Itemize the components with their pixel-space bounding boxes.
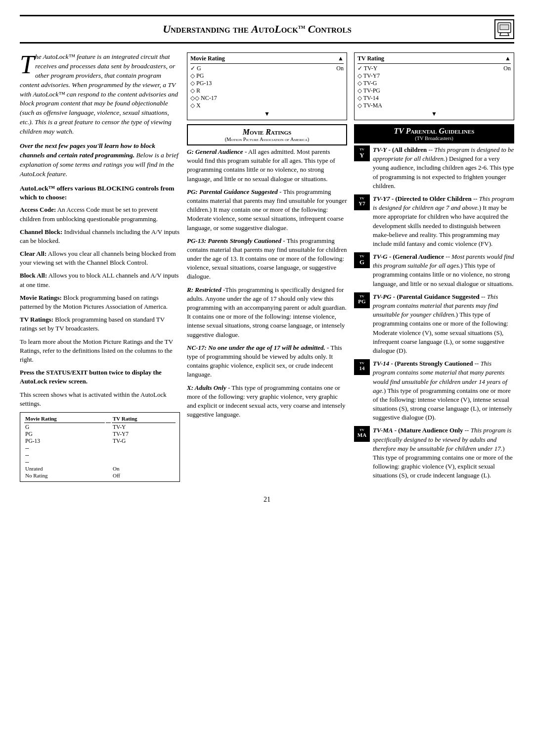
tvy7-icon-top: TV (359, 196, 364, 200)
tv-rating-selection-box: TV Rating ▲ ✓ TV-Y On ◇ TV-Y7 ◇ TV-G ◇ T… (354, 52, 514, 120)
tvma-entry: TV MA TV-MA - (Mature Audience Only -- T… (354, 426, 514, 480)
svg-rect-4 (500, 25, 509, 30)
tv-guidelines-sub: (TV Broadcasters) (356, 136, 512, 141)
rating-r: ◇ R (190, 87, 344, 94)
tv-guidelines-header: TV Parental Guidelines (TV Broadcasters) (354, 124, 514, 143)
r-rating-text: R: Restricted -This programming is speci… (187, 285, 347, 339)
tvy-icon-main: Y (359, 151, 364, 159)
learn-paragraph: Over the next few pages you'll learn how… (20, 142, 180, 179)
movie-ratings-title: M (243, 128, 250, 136)
tvy-entry: TV Y TV-Y - (All children -- This progra… (354, 145, 514, 190)
movie-ratings-title3: R (266, 128, 271, 136)
tvy7-icon-main: Y7 (358, 200, 365, 206)
movie-ratings-section-header: Movie Ratings (Motion Picture Associatio… (187, 124, 347, 145)
tv-rating-tvg: ◇ TV-G (357, 80, 511, 87)
rating-x: ◇ X (190, 102, 344, 109)
tvpg-entry: TV PG TV-PG - (Parental Guidance Suggest… (354, 292, 514, 355)
pg-rating-text: PG: Parental Guidance Suggested - This p… (187, 188, 347, 233)
blocking-section-title: AutoLock™ offers various BLOCKING contro… (20, 184, 180, 203)
drop-cap-letter: T (20, 54, 34, 75)
intro-paragraph: T he AutoLock™ feature is an integrated … (20, 52, 180, 137)
tvy7-entry: TV Y7 TV-Y7 - (Directed to Older Childre… (354, 194, 514, 248)
tvma-icon-top: TV (359, 428, 364, 432)
main-content: T he AutoLock™ feature is an integrated … (20, 52, 514, 486)
g-rating-text: G: General Audience - All ages admitted.… (187, 147, 347, 184)
movie-ratings-title2: ovie (250, 128, 266, 136)
page-title-text: Understanding the AutoLockTM Controls (20, 23, 494, 36)
tvma-icon: TV MA (354, 426, 370, 442)
tvg-text: TV-G - (General Audience -- Most parents… (373, 252, 514, 288)
tvg-icon-main: G (359, 258, 364, 266)
tv14-entry: TV 14 TV-14 - (Parents Strongly Cautione… (354, 359, 514, 422)
tvpg-icon-top: TV (359, 294, 364, 298)
tv-ratings-text: TV Ratings: Block programming based on s… (20, 315, 180, 333)
tv-header-t: TV P (394, 127, 410, 135)
tvma-icon-main: MA (357, 432, 366, 438)
movie-ratings-title4: atings (271, 128, 291, 136)
tv14-icon-top: TV (359, 361, 364, 365)
tvma-text: TV-MA - (Mature Audience Only -- This pr… (373, 426, 514, 480)
block-all-text: Block All: Allows you to block ALL chann… (20, 271, 180, 289)
tv14-icon: TV 14 (354, 359, 370, 375)
tvy7-text: TV-Y7 - (Directed to Older Children -- T… (373, 194, 514, 248)
tv-check-tvy: ✓ TV-Y (357, 65, 377, 72)
tv-on-tvy: On (503, 65, 511, 72)
tvpg-icon: TV PG (354, 292, 370, 308)
tvy-text: TV-Y - (All children -- This program is … (373, 145, 514, 190)
intro-text: he AutoLock™ feature is an integrated ci… (20, 52, 180, 137)
tvpg-icon-main: PG (358, 298, 365, 304)
tv-header-arental: arental (410, 127, 439, 135)
tvg-icon-top: TV (359, 254, 364, 258)
rating-on-g: On (336, 65, 344, 72)
this-screen-text: This screen shows what is activated with… (20, 390, 180, 408)
tv14-icon-main: 14 (359, 365, 365, 371)
rating-pg: ◇ PG (190, 72, 344, 80)
tv-rating-tvy7: ◇ TV-Y7 (357, 72, 511, 80)
tvy7-icon: TV Y7 (354, 194, 370, 210)
tv-arrow-down: ▼ (357, 110, 511, 118)
tv-rating-tvpg: ◇ TV-PG (357, 87, 511, 94)
right-column: TV Rating ▲ ✓ TV-Y On ◇ TV-Y7 ◇ TV-G ◇ T… (354, 52, 514, 486)
pg13-rating-text: PG-13: Parents Strongly Cautioned - This… (187, 236, 347, 282)
rating-review-box: Movie Rating TV Rating GTV-Y PGTV-Y7 PG-… (20, 412, 180, 482)
tvg-entry: TV G TV-G - (General Audience -- Most pa… (354, 252, 514, 288)
svg-line-2 (508, 33, 509, 36)
rating-nc17: ◇◇ NC-17 (190, 94, 344, 102)
tv-header-uidelines: uidelines (445, 127, 475, 135)
tvpg-text: TV-PG - (Parental Guidance Suggested -- … (373, 292, 514, 355)
channel-block-text: Channel Block: Individual channels inclu… (20, 228, 180, 245)
movie-rating-selection-box: Movie Rating ▲ ✓ G On ◇ PG ◇ PG-13 ◇ R ◇… (187, 52, 347, 120)
movie-rating-header: Movie Rating (190, 55, 225, 62)
tv-rating-header: TV Rating (357, 55, 384, 62)
title-icon (494, 19, 514, 39)
movie-ratings-text: Movie Ratings: Block programming based o… (20, 293, 180, 311)
access-code-text: Access Code: An Access Code must be set … (20, 205, 180, 223)
tvy-icon-top: TV (359, 147, 364, 151)
tvy-icon: TV Y (354, 145, 370, 161)
rating-check-g: ✓ G (190, 65, 201, 72)
tv-rating-tv14: ◇ TV-14 (357, 94, 511, 102)
rating-arrow-down: ▼ (190, 110, 344, 118)
press-status-text: Press the STATUS/EXIT button twice to di… (20, 368, 180, 386)
x-rating-text: X: Adults Only - This type of programmin… (187, 383, 347, 420)
svg-line-1 (500, 33, 501, 36)
tv-header-g: G (439, 127, 445, 135)
movie-rating-arrow: ▲ (338, 55, 344, 62)
tvg-icon: TV G (354, 252, 370, 268)
nc17-rating-text: NC-17: No one under the age of 17 will b… (187, 343, 347, 379)
clear-all-text: Clear All: Allows you clear all channels… (20, 249, 180, 267)
rating-pg13: ◇ PG-13 (190, 80, 344, 87)
learn-more-text: To learn more about the Motion Picture R… (20, 337, 180, 365)
middle-column: Movie Rating ▲ ✓ G On ◇ PG ◇ PG-13 ◇ R ◇… (187, 52, 347, 486)
tv-rating-arrow: ▲ (505, 55, 511, 62)
tv14-text: TV-14 - (Parents Strongly Cautioned -- T… (373, 359, 514, 422)
left-column: T he AutoLock™ feature is an integrated … (20, 52, 180, 486)
movie-ratings-sub: (Motion Picture Association of America) (190, 137, 344, 142)
page-title: Understanding the AutoLockTM Controls (20, 15, 514, 44)
tv-rating-tvma: ◇ TV-MA (357, 102, 511, 109)
page-number: 21 (20, 496, 514, 504)
